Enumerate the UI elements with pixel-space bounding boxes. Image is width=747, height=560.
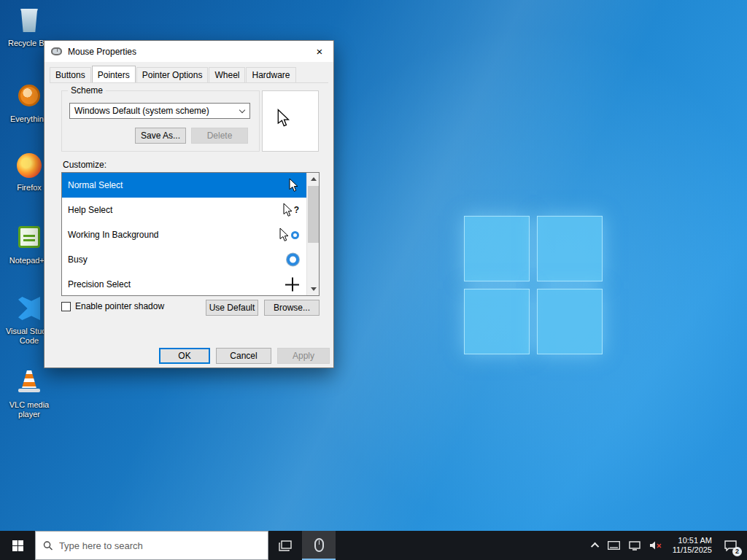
action-center-button[interactable]: 2 — [718, 531, 743, 560]
task-view-icon — [279, 540, 292, 551]
use-default-button[interactable]: Use Default — [206, 300, 258, 316]
show-hidden-icons-button[interactable] — [589, 531, 603, 560]
logo-pane — [464, 289, 530, 354]
everything-icon — [18, 85, 40, 106]
firefox-icon — [17, 153, 42, 178]
touch-keyboard-button[interactable] — [603, 531, 624, 560]
search-icon — [43, 540, 53, 551]
pointer-row-precision-select[interactable]: Precision Select — [62, 272, 306, 295]
task-view-button[interactable] — [268, 531, 302, 560]
mouse-properties-icon — [51, 47, 62, 55]
customize-label: Customize: — [63, 160, 107, 170]
clock-time: 10:51 AM — [673, 536, 712, 545]
recycle-bin-icon — [20, 9, 39, 32]
chevron-down-icon — [239, 107, 245, 113]
browse-button[interactable]: Browse... — [264, 300, 320, 316]
pointer-row-busy[interactable]: Busy — [62, 247, 306, 272]
search-input[interactable] — [59, 540, 260, 551]
pointer-shadow-label: Enable pointer shadow — [75, 301, 164, 311]
vlc-icon — [18, 370, 40, 392]
windows-wallpaper-logo — [464, 216, 603, 354]
scheme-selected-value: Windows Default (system scheme) — [74, 106, 209, 116]
mouse-properties-dialog: Mouse Properties × Buttons Pointers Poin… — [44, 40, 334, 368]
pointer-row-label: Busy — [68, 254, 88, 265]
taskbar-clock[interactable]: 10:51 AM 11/15/2025 — [667, 536, 718, 555]
arrow-cursor-icon — [277, 109, 290, 128]
scroll-down-icon[interactable] — [307, 283, 320, 295]
arrow-cursor-icon — [289, 178, 299, 192]
tab-buttons[interactable]: Buttons — [50, 67, 91, 82]
tab-pointers[interactable]: Pointers — [92, 66, 136, 82]
vscode-icon — [18, 297, 40, 320]
pointer-row-label: Precision Select — [68, 279, 131, 289]
dialog-title: Mouse Properties — [68, 47, 136, 57]
tab-pointer-options[interactable]: Pointer Options — [136, 67, 209, 82]
apply-button: Apply — [277, 348, 330, 364]
pointer-row-normal-select[interactable]: Normal Select — [62, 173, 306, 198]
notification-badge: 2 — [732, 547, 742, 556]
start-button[interactable] — [0, 531, 35, 560]
pointer-preview-box — [262, 90, 319, 152]
working-cursor-icon — [279, 228, 299, 242]
pointer-row-working-in-background[interactable]: Working In Background — [62, 222, 306, 247]
logo-pane — [537, 216, 603, 281]
pointer-shadow-checkbox[interactable] — [61, 302, 71, 311]
logo-pane — [464, 216, 530, 281]
mouse-app-icon — [314, 538, 324, 552]
pointer-row-label: Working In Background — [68, 230, 159, 240]
speaker-muted-icon — [649, 540, 662, 551]
scroll-up-icon[interactable] — [307, 173, 320, 185]
touch-keyboard-icon — [608, 541, 620, 550]
taskbar-search[interactable] — [35, 531, 268, 560]
scheme-group-label: Scheme — [68, 85, 106, 96]
pointer-row-label: Help Select — [68, 205, 112, 215]
delete-button: Delete — [191, 128, 248, 144]
notepad-plus-plus-icon — [18, 226, 40, 248]
network-button[interactable] — [624, 531, 645, 560]
scrollbar-thumb[interactable] — [308, 186, 319, 243]
desktop: Recycle Bin Everything Firefox Notepad++… — [0, 0, 747, 560]
desktop-icon-vlc[interactable]: VLC media player — [1, 368, 57, 419]
cancel-button[interactable]: Cancel — [216, 348, 271, 364]
logo-pane — [537, 289, 603, 354]
desktop-icon-label: VLC media player — [1, 400, 57, 419]
scheme-select[interactable]: Windows Default (system scheme) — [69, 103, 250, 119]
dialog-titlebar[interactable]: Mouse Properties × — [44, 41, 333, 62]
pointer-row-label: Normal Select — [68, 180, 123, 190]
windows-logo-icon — [12, 540, 23, 551]
tab-strip: Buttons Pointers Pointer Options Wheel H… — [50, 67, 328, 83]
taskbar: 10:51 AM 11/15/2025 2 — [0, 531, 747, 560]
tab-wheel[interactable]: Wheel — [209, 67, 245, 82]
save-as-button[interactable]: Save As... — [135, 128, 186, 144]
volume-button[interactable] — [645, 531, 667, 560]
chevron-up-icon — [591, 542, 599, 551]
close-button[interactable]: × — [306, 41, 333, 62]
pointer-list[interactable]: Normal Select Help Select ? Working In B… — [61, 172, 320, 296]
ethernet-icon — [629, 541, 640, 551]
enable-pointer-shadow-row[interactable]: Enable pointer shadow — [61, 301, 164, 311]
list-scrollbar[interactable] — [306, 173, 319, 295]
clock-date: 11/15/2025 — [673, 545, 712, 555]
precision-cursor-icon — [285, 278, 299, 292]
busy-cursor-icon — [287, 254, 299, 266]
tab-hardware[interactable]: Hardware — [246, 67, 295, 82]
help-cursor-icon: ? — [283, 203, 299, 217]
scheme-group: Scheme Windows Default (system scheme) S… — [61, 90, 260, 152]
pointer-row-help-select[interactable]: Help Select ? — [62, 198, 306, 222]
system-tray: 10:51 AM 11/15/2025 2 — [589, 531, 747, 560]
taskbar-app-mouse-properties[interactable] — [302, 531, 336, 560]
ok-button[interactable]: OK — [159, 348, 210, 364]
